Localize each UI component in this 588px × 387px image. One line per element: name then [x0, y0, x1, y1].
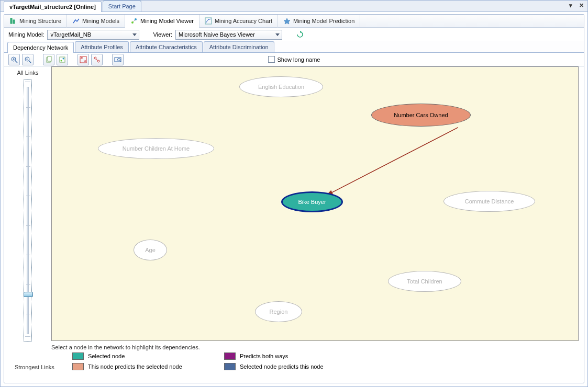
copy-graph-button[interactable] — [57, 54, 68, 65]
node-english-education[interactable]: English Education — [239, 76, 323, 97]
subtab-profiles[interactable]: Attribute Profiles — [75, 41, 129, 52]
sub-tabs: Dependency Network Attribute Profiles At… — [4, 41, 584, 53]
node-total-children[interactable]: Total Children — [388, 271, 461, 292]
tab-label: Mining Models — [82, 18, 119, 24]
svg-point-18 — [61, 60, 62, 61]
link-strength-slider-panel: All Links — [4, 66, 51, 345]
legend-footer: Select a node in the network to highligh… — [4, 341, 584, 383]
structure-icon — [9, 17, 17, 25]
slider-label-bottom: Strongest Links — [15, 364, 54, 370]
show-long-name-label: Show long name — [278, 56, 320, 63]
svg-marker-6 — [284, 18, 290, 24]
mining-model-select[interactable]: vTargetMail_NB — [47, 30, 139, 40]
svg-rect-20 — [80, 56, 86, 63]
close-icon[interactable]: ✕ — [578, 2, 584, 8]
tab-mining-model-viewer[interactable]: Mining Model Viewer — [125, 15, 199, 28]
node-commute-distance[interactable]: Commute Distance — [443, 191, 535, 212]
svg-line-23 — [96, 59, 98, 60]
node-number-children-at-home[interactable]: Number Children At Home — [98, 138, 214, 159]
svg-line-9 — [15, 61, 17, 63]
models-icon — [72, 17, 80, 25]
slider-label-top: All Links — [17, 66, 39, 76]
svg-rect-0 — [10, 18, 12, 24]
fit-to-window-button[interactable] — [77, 54, 89, 65]
svg-line-4 — [134, 20, 135, 22]
tab-label: Mining Model Viewer — [140, 18, 194, 24]
zoom-out-button[interactable] — [22, 54, 34, 65]
tab-label: Mining Model Prediction — [293, 18, 354, 24]
prediction-icon — [283, 17, 291, 25]
mining-model-label: Mining Model: — [8, 31, 44, 38]
node-number-cars-owned[interactable]: Number Cars Owned — [371, 104, 471, 127]
legend-both-ways: Predicts both ways — [224, 352, 376, 360]
document-tabs: vTargetMail_structure2 [Online] Start Pa… — [1, 1, 587, 12]
node-age[interactable]: Age — [134, 240, 167, 260]
selection-row: Mining Model: vTargetMail_NB Viewer: Mic… — [4, 28, 584, 41]
legend-selected-predicts: Selected node predicts this node — [224, 363, 376, 370]
swatch-target-icon — [224, 363, 236, 370]
mining-model-value: vTargetMail_NB — [50, 31, 91, 38]
viewer-label: Viewer: — [153, 31, 172, 38]
svg-line-13 — [29, 61, 31, 63]
viewer-icon — [130, 17, 138, 25]
refresh-icon[interactable] — [296, 30, 304, 39]
find-node-button[interactable] — [112, 54, 124, 65]
tab-mining-structure[interactable]: Mining Structure — [4, 15, 67, 28]
tab-label: Mining Accuracy Chart — [215, 18, 272, 24]
legend-predicts-selected: This node predicts the selected node — [72, 363, 224, 370]
legend-hint: Select a node in the network to highligh… — [51, 344, 200, 350]
viewer-value: Microsoft Naive Bayes Viewer — [179, 31, 255, 38]
main-tabs: Mining Structure Mining Models Mining Mo… — [4, 15, 584, 28]
dependency-network-canvas[interactable]: English Education Number Cars Owned Numb… — [51, 66, 579, 341]
minimize-icon[interactable]: ▾ — [568, 2, 574, 8]
svg-point-3 — [135, 18, 137, 20]
node-region[interactable]: Region — [255, 301, 302, 322]
svg-point-22 — [97, 60, 99, 62]
tab-mining-prediction[interactable]: Mining Model Prediction — [278, 15, 360, 28]
checkbox-icon — [268, 56, 275, 63]
svg-line-27 — [327, 128, 458, 196]
svg-point-19 — [63, 58, 64, 59]
subtab-characteristics[interactable]: Attribute Characteristics — [130, 41, 203, 52]
link-strength-slider[interactable] — [24, 79, 32, 342]
viewer-select[interactable]: Microsoft Naive Bayes Viewer — [175, 30, 282, 40]
accuracy-icon — [205, 17, 212, 25]
slider-thumb[interactable] — [24, 292, 33, 297]
svg-point-21 — [94, 57, 96, 59]
subtab-discrimination[interactable]: Attribute Discrimination — [204, 41, 274, 52]
swatch-both-icon — [224, 352, 236, 360]
legend-selected: Selected node — [72, 352, 224, 360]
swatch-selected-icon — [72, 352, 84, 360]
toolbar: Show long name — [4, 53, 584, 66]
copy-button[interactable] — [43, 54, 54, 65]
svg-rect-16 — [48, 56, 51, 61]
svg-rect-1 — [13, 20, 15, 24]
swatch-predicts-icon — [72, 363, 84, 370]
tab-mining-accuracy[interactable]: Mining Accuracy Chart — [199, 15, 278, 28]
tab-label: Mining Structure — [19, 18, 61, 24]
show-long-name-checkbox[interactable]: Show long name — [268, 56, 320, 63]
svg-rect-17 — [60, 57, 65, 62]
resize-button[interactable] — [91, 54, 103, 65]
zoom-in-button[interactable] — [8, 54, 20, 65]
document-tab-active[interactable]: vTargetMail_structure2 [Online] — [4, 1, 102, 12]
node-bike-buyer[interactable]: Bike Buyer — [281, 191, 343, 212]
svg-point-2 — [131, 21, 134, 24]
document-tab-startpage[interactable]: Start Page — [103, 1, 141, 12]
tab-mining-models[interactable]: Mining Models — [67, 15, 125, 28]
svg-point-25 — [118, 58, 120, 61]
subtab-dependency[interactable]: Dependency Network — [7, 42, 74, 53]
